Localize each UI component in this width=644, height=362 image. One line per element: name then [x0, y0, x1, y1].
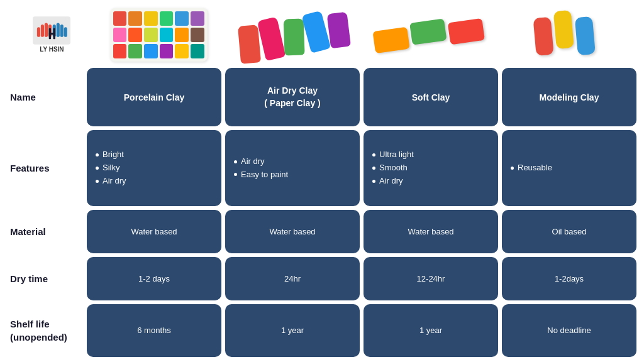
material-modeling: Oil based: [502, 210, 636, 253]
feature-item: Easy to paint: [234, 168, 288, 182]
name-soft: Soft Clay: [364, 68, 498, 126]
name-porcelain: Porcelain Clay: [87, 68, 221, 126]
shelf-life-soft: 1 year: [364, 304, 498, 357]
modeling-clay-image: [504, 6, 624, 63]
soft-clay-image: [369, 6, 489, 63]
bullet-icon: [372, 153, 375, 156]
features-modeling: Reusable: [502, 130, 636, 206]
feature-item: Air dry: [234, 155, 265, 168]
feature-item: Air dry: [96, 175, 126, 188]
dry-time-modeling: 1-2days: [502, 257, 636, 300]
shelf-life-porcelain: 6 months: [87, 304, 221, 357]
bullet-icon: [96, 180, 99, 183]
features-porcelain: Bright Silky Air dry: [87, 130, 221, 206]
bullet-icon: [372, 167, 375, 170]
bullet-icon: [372, 180, 375, 183]
feature-item: Air dry: [372, 175, 403, 188]
table-grid: Name Porcelain Clay Air Dry Clay( Paper …: [8, 68, 636, 357]
bullet-icon: [96, 153, 99, 156]
air-dry-image: [234, 6, 353, 63]
bullet-icon: [234, 173, 237, 176]
shelf-life-air-dry: 1 year: [225, 304, 360, 357]
feature-item: Silky: [96, 162, 119, 175]
porcelain-image: [99, 6, 218, 63]
features-air-dry: Air dry Easy to paint: [225, 130, 360, 206]
row-label-shelf-life: Shelf life (unopended): [8, 304, 83, 357]
bullet-icon: [96, 167, 99, 170]
svg-rect-11: [49, 33, 55, 35]
bullet-icon: [234, 160, 237, 163]
svg-rect-3: [45, 23, 48, 37]
dry-time-air-dry: 24hr: [225, 257, 360, 300]
name-modeling: Modeling Clay: [502, 68, 636, 126]
name-air-dry: Air Dry Clay( Paper Clay ): [225, 68, 360, 126]
svg-rect-7: [60, 25, 64, 37]
logo-area: LY HSIN: [20, 16, 83, 53]
feature-item: Bright: [96, 148, 124, 162]
shelf-life-modeling: No deadline: [502, 304, 636, 357]
row-label-name: Name: [8, 68, 83, 126]
row-label-features: Features: [8, 130, 83, 206]
header-section: LY HSIN: [0, 0, 644, 68]
feature-item: Reusable: [511, 162, 552, 175]
dry-time-soft: 12-24hr: [364, 257, 498, 300]
logo-icon: [33, 16, 70, 45]
svg-rect-8: [64, 27, 67, 36]
svg-rect-1: [37, 27, 40, 36]
material-air-dry: Water based: [225, 210, 360, 253]
material-soft: Water based: [364, 210, 498, 253]
features-soft: Ultra light Smooth Air dry: [364, 130, 498, 206]
feature-item: Smooth: [372, 162, 408, 175]
feature-item: Ultra light: [372, 148, 414, 162]
row-label-material: Material: [8, 210, 83, 253]
svg-rect-6: [57, 23, 60, 37]
bullet-icon: [511, 167, 514, 170]
brand-name: LY HSIN: [40, 46, 64, 53]
comparison-table: Name Porcelain Clay Air Dry Clay( Paper …: [0, 68, 644, 362]
row-label-dry-time: Dry time: [8, 257, 83, 300]
dry-time-porcelain: 1-2 days: [87, 257, 221, 300]
svg-rect-2: [41, 25, 44, 37]
material-porcelain: Water based: [87, 210, 221, 253]
